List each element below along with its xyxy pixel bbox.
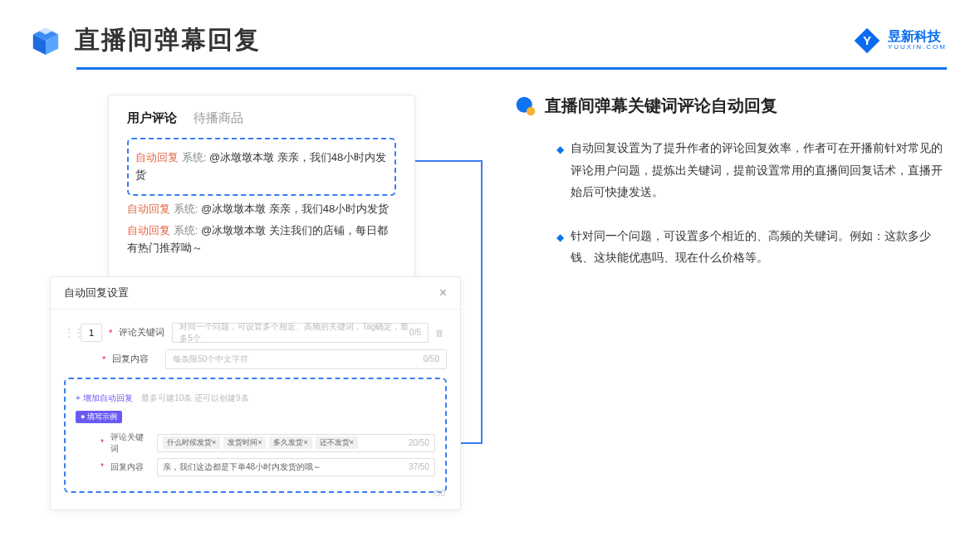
bullet-point: ◆ 针对同一个问题，可设置多个相近的、高频的关键词。例如：这款多少钱、这块能优惠… [515, 225, 947, 269]
diamond-bullet-icon: ◆ [556, 228, 564, 269]
tab-user-comments[interactable]: 用户评论 [127, 110, 177, 126]
comment-row: 自动回复 系统: @冰墩墩本墩 关注我们的店铺，每日都有热门推荐呦～ [127, 222, 396, 257]
section-subhead: 直播间弹幕关键词评论自动回复 [515, 95, 947, 117]
bullet-point: ◆ 自动回复设置为了提升作者的评论回复效率，作者可在开播前针对常见的评论用户问题… [515, 137, 947, 203]
tab-products[interactable]: 待播商品 [194, 110, 243, 126]
keyword-input-row: ⋮⋮ 1 * 评论关键词 对同一个问题，可设置多个相近、高频的关键词，Tag确定… [64, 323, 447, 343]
brand-name-en: YUUXIN.COM [888, 44, 947, 51]
required-mark: * [109, 328, 112, 338]
auto-reply-label: 自动回复 [135, 151, 179, 163]
modal-title: 自动回复设置 [64, 285, 129, 300]
highlighted-comment: 自动回复 系统: @冰墩墩本墩 亲亲，我们48小时内发货 [127, 138, 396, 196]
field-label: 评论关键词 [119, 326, 165, 339]
brand-icon: Y [853, 27, 881, 55]
comment-row: 自动回复 系统: @冰墩墩本墩 亲亲，我们48小时内发货 [127, 201, 396, 218]
tag: 多久发货× [269, 436, 311, 449]
cube-icon [30, 25, 61, 56]
reply-content-input[interactable]: 每条限50个中文字符 0/50 [165, 349, 447, 369]
comment-tabs: 用户评论 待播商品 [127, 110, 396, 126]
rule-index: 1 [81, 324, 102, 342]
example-content-row: * 回复内容 亲，我们这边都是下单48小时内发货的哦～ 37/50 [100, 458, 435, 476]
svg-text:Y: Y [863, 33, 871, 47]
example-tag-input: 什么时候发货× 发货时间× 多久发货× 还不发货× 20/50 [157, 434, 435, 452]
brand-name-cn: 昱新科技 [888, 29, 947, 44]
example-keyword-row: * 评论关键词 什么时候发货× 发货时间× 多久发货× 还不发货× 20/50 [100, 432, 435, 455]
example-block: + 增加自动回复 最多可建10条 还可以创建9条 ● 填写示例 * 评论关键词 … [64, 378, 447, 493]
bubble-icon [515, 95, 537, 117]
description-column: 直播间弹幕关键词评论自动回复 ◆ 自动回复设置为了提升作者的评论回复效率，作者可… [515, 95, 947, 510]
drag-handle-icon[interactable]: ⋮⋮ [64, 327, 74, 339]
example-content-input: 亲，我们这边都是下单48小时内发货的哦～ 37/50 [157, 458, 435, 476]
outer-counter: /50 [434, 489, 445, 498]
page-title: 直播间弹幕回复 [75, 23, 261, 57]
auto-reply-settings-modal: 自动回复设置 × ⋮⋮ 1 * 评论关键词 对同一个问题，可设置多个相近、高频的… [50, 276, 461, 510]
system-label: 系统: [182, 151, 207, 163]
svg-point-7 [527, 106, 535, 115]
char-counter: 0/5 [409, 328, 421, 337]
close-icon[interactable]: × [439, 285, 447, 300]
tag: 什么时候发货× [163, 436, 220, 449]
keyword-input[interactable]: 对同一个问题，可设置多个相近、高频的关键词，Tag确定，最多5个 0/5 [172, 323, 429, 343]
tag: 还不发货× [316, 436, 358, 449]
add-auto-reply-link[interactable]: + 增加自动回复 [76, 393, 133, 402]
section-title: 直播间弹幕关键词评论自动回复 [545, 95, 777, 117]
screenshot-mockups: 用户评论 待播商品 自动回复 系统: @冰墩墩本墩 亲亲，我们48小时内发货 自… [50, 95, 482, 510]
add-hint: 最多可建10条 还可以创建9条 [141, 393, 248, 402]
delete-icon[interactable]: 🗑 [435, 328, 447, 338]
example-badge: ● 填写示例 [76, 411, 122, 423]
brand-logo: Y 昱新科技 YUUXIN.COM [853, 27, 947, 55]
comment-panel: 用户评论 待播商品 自动回复 系统: @冰墩墩本墩 亲亲，我们48小时内发货 自… [108, 95, 415, 281]
tag: 发货时间× [223, 436, 266, 449]
page-header: 直播间弹幕回复 Y 昱新科技 YUUXIN.COM [0, 0, 980, 67]
header-left: 直播间弹幕回复 [30, 23, 261, 57]
diamond-bullet-icon: ◆ [556, 140, 564, 203]
content-input-row: * 回复内容 每条限50个中文字符 0/50 [102, 349, 447, 369]
